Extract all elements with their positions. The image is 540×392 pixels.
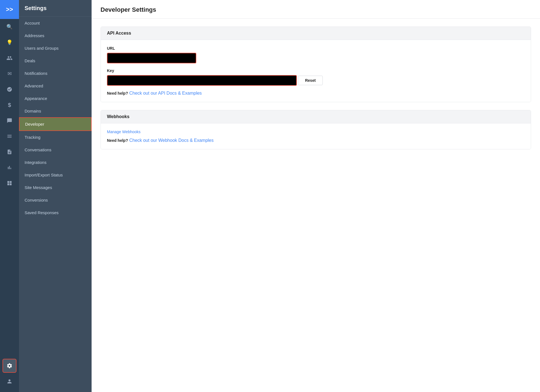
sidebar-icon-insights[interactable]: 💡 <box>3 35 16 49</box>
sidebar-item-saved-responses[interactable]: Saved Responses <box>19 206 92 219</box>
sidebar-item-developer[interactable]: Developer <box>19 117 92 131</box>
logo-icon: >> <box>6 6 13 13</box>
reset-button[interactable]: Reset <box>298 76 322 85</box>
api-access-body: URL Key Reset Need help? Check out our A… <box>101 40 531 102</box>
url-label: URL <box>107 46 525 51</box>
sidebar-header: Settings <box>19 0 92 17</box>
sidebar-icon-billing[interactable]: $ <box>3 98 16 112</box>
sidebar-icon-templates[interactable] <box>3 176 16 190</box>
webhook-docs-link[interactable]: Check out our Webhook Docs & Examples <box>129 138 214 143</box>
logo-button[interactable]: >> <box>0 0 19 19</box>
sidebar-icon-search[interactable]: 🔍 <box>3 20 16 34</box>
api-docs-link[interactable]: Check out our API Docs & Examples <box>129 91 202 95</box>
key-label: Key <box>107 68 525 73</box>
api-help-label: Need help? <box>107 91 128 95</box>
sidebar-icon-chat[interactable] <box>3 114 16 128</box>
sidebar-item-advanced[interactable]: Advanced <box>19 80 92 92</box>
webhooks-help-text: Need help? Check out our Webhook Docs & … <box>107 138 525 143</box>
main-content: Developer Settings API Access URL Key Re… <box>92 0 540 392</box>
sidebar-item-addresses[interactable]: Addresses <box>19 29 92 42</box>
sidebar-item-users-and-groups[interactable]: Users and Groups <box>19 42 92 54</box>
sidebar-item-account[interactable]: Account <box>19 17 92 29</box>
webhooks-body: Manage Webhooks Need help? Check out our… <box>101 123 531 149</box>
sidebar-item-tracking[interactable]: Tracking <box>19 131 92 144</box>
manage-webhooks-link[interactable]: Manage Webhooks <box>107 130 525 134</box>
sidebar-item-deals[interactable]: Deals <box>19 54 92 67</box>
sidebar-icon-mail[interactable]: ✉ <box>3 67 16 81</box>
sidebar-icon-list[interactable] <box>3 129 16 143</box>
webhooks-card: Webhooks Manage Webhooks Need help? Chec… <box>101 110 531 149</box>
page-title: Developer Settings <box>92 0 540 19</box>
webhooks-help-label: Need help? <box>107 138 128 143</box>
sidebar-item-integrations[interactable]: Integrations <box>19 156 92 169</box>
sidebar-item-notifications[interactable]: Notifications <box>19 67 92 80</box>
sidebar-item-import-export[interactable]: Import/Export Status <box>19 169 92 181</box>
api-access-card: API Access URL Key Reset Need help? Chec… <box>101 27 531 102</box>
sidebar-item-site-messages[interactable]: Site Messages <box>19 181 92 194</box>
url-input[interactable] <box>107 53 196 63</box>
icon-sidebar: >> 🔍 💡 ✉ $ <box>0 0 19 392</box>
sidebar-item-conversions[interactable]: Conversions <box>19 194 92 206</box>
api-help-text: Need help? Check out our API Docs & Exam… <box>107 91 525 96</box>
key-input[interactable] <box>107 75 297 86</box>
sidebar-icon-user[interactable] <box>3 374 16 388</box>
sidebar-icon-document[interactable] <box>3 145 16 159</box>
sidebar-item-domains[interactable]: Domains <box>19 105 92 117</box>
webhooks-header: Webhooks <box>101 110 531 123</box>
sidebar-item-appearance[interactable]: Appearance <box>19 92 92 105</box>
api-access-header: API Access <box>101 27 531 40</box>
sidebar-icon-integrations[interactable] <box>3 82 16 96</box>
sidebar-icon-settings[interactable] <box>3 359 16 373</box>
menu-sidebar: Settings Account Addresses Users and Gro… <box>19 0 92 392</box>
sidebar-icon-contacts[interactable] <box>3 51 16 65</box>
sidebar-item-conversations[interactable]: Conversations <box>19 144 92 156</box>
sidebar-icon-analytics[interactable] <box>3 161 16 175</box>
